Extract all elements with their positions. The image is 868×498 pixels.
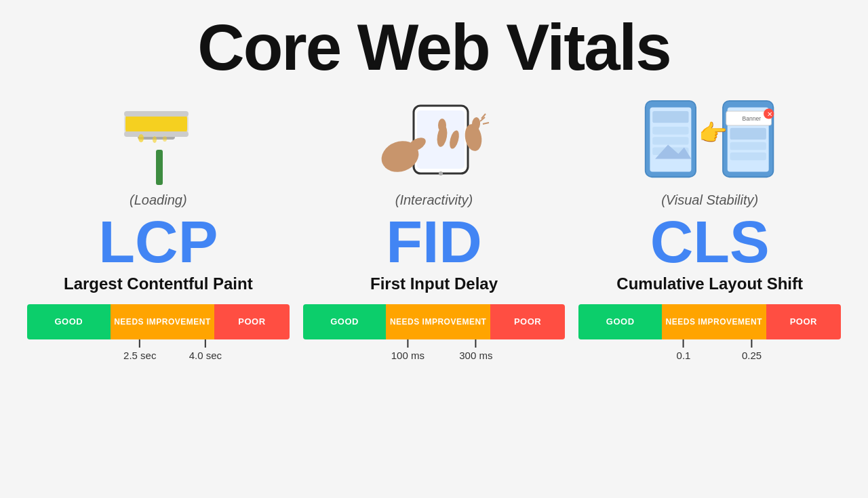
cls-icon-area: Banner ✕ 👉 bbox=[642, 92, 778, 187]
svg-rect-36 bbox=[730, 142, 766, 150]
fid-bar-needs: NEEDS IMPROVEMENT bbox=[386, 304, 490, 339]
lcp-category: (Loading) bbox=[130, 192, 187, 208]
cls-category: (Visual Stability) bbox=[661, 192, 758, 208]
fid-acronym: FID bbox=[386, 212, 482, 272]
lcp-icon-area bbox=[90, 92, 226, 187]
layout-shift-icon: Banner ✕ 👉 bbox=[642, 92, 778, 187]
svg-text:✕: ✕ bbox=[766, 110, 772, 118]
fid-fullname: First Input Delay bbox=[370, 274, 498, 293]
metrics-grid: (Loading) LCP Largest Contentful Paint G… bbox=[27, 92, 841, 377]
cls-tick2: 0.25 bbox=[742, 339, 762, 361]
touch-icon bbox=[366, 96, 502, 184]
page-title: Core Web Vitals bbox=[197, 14, 670, 82]
fid-rating-bar-container: GOOD NEEDS IMPROVEMENT POOR 100 ms 300 m… bbox=[303, 304, 566, 364]
svg-line-20 bbox=[483, 123, 489, 124]
fid-tick1: 100 ms bbox=[391, 339, 425, 361]
svg-text:Banner: Banner bbox=[742, 115, 761, 122]
lcp-ticks: 2.5 sec 4.0 sec bbox=[27, 339, 290, 364]
cls-bar-needs: NEEDS IMPROVEMENT bbox=[662, 304, 766, 339]
fid-category: (Interactivity) bbox=[395, 192, 473, 208]
svg-point-15 bbox=[438, 119, 446, 132]
fid-bar-poor: POOR bbox=[490, 304, 565, 339]
lcp-fullname: Largest Contentful Paint bbox=[64, 274, 253, 293]
svg-point-6 bbox=[138, 134, 144, 142]
metric-lcp: (Loading) LCP Largest Contentful Paint G… bbox=[27, 92, 290, 377]
svg-rect-26 bbox=[652, 137, 688, 144]
cls-acronym: CLS bbox=[650, 212, 770, 272]
svg-rect-0 bbox=[156, 150, 163, 185]
lcp-bar-needs: NEEDS IMPROVEMENT bbox=[111, 304, 214, 339]
lcp-rating-bar-container: GOOD NEEDS IMPROVEMENT POOR 2.5 sec 4.0 … bbox=[27, 304, 290, 364]
cls-ticks: 0.1 0.25 bbox=[578, 339, 841, 364]
svg-rect-24 bbox=[652, 111, 688, 123]
svg-text:👉: 👉 bbox=[698, 119, 728, 147]
cls-fullname: Cumulative Layout Shift bbox=[616, 274, 803, 293]
lcp-acronym: LCP bbox=[98, 212, 218, 272]
lcp-tick2: 4.0 sec bbox=[189, 339, 222, 361]
cls-bar-good: GOOD bbox=[578, 304, 662, 339]
paint-roller-icon bbox=[111, 92, 205, 187]
fid-ticks: 100 ms 300 ms bbox=[303, 339, 566, 364]
cls-tick1: 0.1 bbox=[677, 339, 691, 361]
svg-point-11 bbox=[439, 171, 443, 175]
svg-rect-5 bbox=[124, 131, 189, 137]
fid-bar-good: GOOD bbox=[303, 304, 387, 339]
cls-rating-bar-container: GOOD NEEDS IMPROVEMENT POOR 0.1 0.25 bbox=[578, 304, 841, 364]
svg-rect-25 bbox=[652, 127, 688, 134]
svg-point-7 bbox=[153, 136, 157, 143]
svg-rect-37 bbox=[730, 152, 766, 160]
fid-tick2: 300 ms bbox=[459, 339, 492, 361]
lcp-rating-bar: GOOD NEEDS IMPROVEMENT POOR bbox=[27, 304, 290, 339]
cls-bar-poor: POOR bbox=[766, 304, 841, 339]
lcp-bar-good: GOOD bbox=[27, 304, 111, 339]
metric-fid: (Interactivity) FID First Input Delay GO… bbox=[303, 92, 566, 377]
cls-rating-bar: GOOD NEEDS IMPROVEMENT POOR bbox=[578, 304, 841, 339]
lcp-bar-poor: POOR bbox=[214, 304, 289, 339]
svg-rect-4 bbox=[124, 111, 189, 117]
fid-icon-area bbox=[366, 92, 502, 187]
metric-cls: Banner ✕ 👉 (Visual Stability) CLS Cumula… bbox=[578, 92, 841, 377]
fid-rating-bar: GOOD NEEDS IMPROVEMENT POOR bbox=[303, 304, 566, 339]
svg-rect-35 bbox=[730, 128, 766, 140]
svg-point-8 bbox=[163, 136, 167, 142]
lcp-tick1: 2.5 sec bbox=[123, 339, 156, 361]
